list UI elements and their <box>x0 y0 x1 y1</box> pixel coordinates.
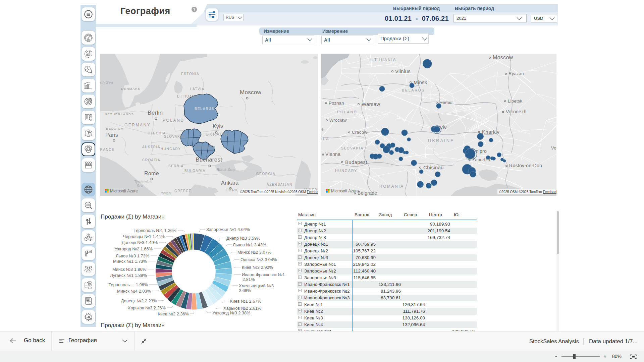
svg-text:Ужгород №3 2.38%: Ужгород №3 2.38% <box>212 310 250 315</box>
svg-text:Poznan: Poznan <box>329 101 344 106</box>
svg-text:Rome: Rome <box>144 171 159 176</box>
svg-text:Microsoft Azure: Microsoft Azure <box>331 189 359 193</box>
svg-text:BELARUS: BELARUS <box>402 88 425 92</box>
svg-text:Volgo: Volgo <box>551 145 556 150</box>
svg-text:SLOVAKIA: SLOVAKIA <box>164 135 184 138</box>
svg-text:Донецк №2 2.23%: Донецк №2 2.23% <box>121 298 157 303</box>
svg-text:HUNGARY: HUNGARY <box>335 169 357 173</box>
svg-text:Минск №4 2.03%: Минск №4 2.03% <box>117 289 151 294</box>
svg-text:LITHUANIA: LITHUANIA <box>370 58 396 62</box>
svg-text:Kharkiv: Kharkiv <box>482 129 499 135</box>
svg-text:Moscow: Moscow <box>240 89 262 96</box>
svg-text:CZECHIA: CZECHIA <box>148 131 166 135</box>
svg-text:LATVIA: LATVIA <box>190 87 205 91</box>
svg-text:Paris: Paris <box>105 132 118 138</box>
svg-text:UKRAINE: UKRAINE <box>428 138 454 143</box>
svg-text:Rostov-on-Don: Rostov-on-Don <box>509 163 542 168</box>
svg-text:NETHERLANDS: NETHERLANDS <box>105 112 134 116</box>
svg-text:Ankara: Ankara <box>221 180 239 186</box>
svg-text:ESTONIA: ESTONIA <box>181 72 199 76</box>
svg-text:Минск №1 1.73%: Минск №1 1.73% <box>113 259 147 264</box>
svg-text:Харьков №3 2.26%: Харьков №3 2.26% <box>128 305 166 310</box>
svg-text:Харьков №2 2.61%: Харьков №2 2.61% <box>223 306 261 311</box>
svg-text:MOLDOVA: MOLDOVA <box>196 145 216 149</box>
svg-text:Sea: Sea <box>137 184 143 188</box>
svg-text:Ивано-Франковск №1: Ивано-Франковск №1 <box>242 272 285 277</box>
svg-text:FRANCE: FRANCE <box>100 148 114 152</box>
svg-text:Homel: Homel <box>439 100 452 105</box>
svg-text:Киев №1 2.67%: Киев №1 2.67% <box>230 299 261 304</box>
svg-text:KPI: KPI <box>87 39 90 41</box>
svg-text:POLAND: POLAND <box>163 118 184 123</box>
svg-text:HIA: HIA <box>321 137 329 141</box>
svg-text:LITHUANIA: LITHUANIA <box>177 95 199 98</box>
svg-text:GREECE: GREECE <box>174 189 192 193</box>
svg-text:Ryazan: Ryazan <box>508 71 524 76</box>
svg-text:Тернополь ... 1.96%: Тернополь ... 1.96% <box>109 282 148 287</box>
svg-text:Одесса №3 3.04%: Одесса №3 3.04% <box>240 257 277 262</box>
svg-text:$: $ <box>90 238 91 240</box>
svg-text:GERMANY: GERMANY <box>124 123 151 127</box>
svg-text:Луганск №1 1.89%: Луганск №1 1.89% <box>110 273 147 278</box>
svg-text:GEORGIA: GEORGIA <box>256 172 275 176</box>
svg-text:UKRAINE: UKRAINE <box>206 132 229 137</box>
svg-text:Ionian: Ionian <box>161 191 171 195</box>
svg-text:CROATIA: CROATIA <box>142 158 160 162</box>
svg-text:BELGIUM: BELGIUM <box>106 127 124 130</box>
svg-text:©2025 TomTom ©2025 Navinfo ©: ©2025 TomTom ©2025 Navinfo ©2025 OSM Fee… <box>240 190 318 194</box>
svg-text:Cracow: Cracow <box>352 130 367 135</box>
svg-text:Киев №2 2.36%: Киев №2 2.36% <box>158 311 189 316</box>
svg-text:ROMANIA: ROMANIA <box>379 184 404 189</box>
svg-text:SERBIA: SERBIA <box>168 164 184 168</box>
svg-text:Черновцы №1 1.44%: Черновцы №1 1.44% <box>123 234 165 239</box>
svg-text:Bucharest: Bucharest <box>196 157 222 163</box>
svg-text:Budapest: Budapest <box>345 159 367 165</box>
svg-text:Lipetsk: Lipetsk <box>508 99 522 104</box>
svg-text:SLOVAKIA: SLOVAKIA <box>341 146 364 150</box>
svg-text:POLAND: POLAND <box>337 110 357 114</box>
svg-text:BELARUS: BELARUS <box>195 107 214 111</box>
svg-text:Минск №2 3.07%: Минск №2 3.07% <box>237 250 271 255</box>
svg-text:Запорожье №1 4.64%: Запорожье №1 4.64% <box>206 227 250 232</box>
svg-text:HUNGARY: HUNGARY <box>161 147 181 151</box>
svg-text:Black Sea: Black Sea <box>217 168 235 172</box>
svg-text:Минск №3 1.86%: Минск №3 1.86% <box>112 267 146 272</box>
svg-text:Донецк №3 1.49%: Донецк №3 1.49% <box>122 240 158 245</box>
svg-text:Хмельницкий №3: Хмельницкий №3 <box>239 283 274 288</box>
svg-text:Vienna: Vienna <box>325 152 340 157</box>
svg-text:2.69%: 2.69% <box>239 288 251 293</box>
svg-text:Тернополь №1 1.26%: Тернополь №1 1.26% <box>133 228 176 233</box>
svg-text:Kyiv: Kyiv <box>213 124 223 129</box>
svg-text:rth Sea: rth Sea <box>100 80 113 84</box>
svg-text:AZERBAIJAN: AZERBAIJAN <box>267 183 292 186</box>
svg-text:e: e <box>321 127 324 132</box>
svg-text:Львов №1 3.43%: Львов №1 3.43% <box>233 242 266 247</box>
svg-text:Warsaw: Warsaw <box>362 101 380 107</box>
svg-text:Wroclaw: Wroclaw <box>329 118 347 123</box>
svg-text:Berlin: Berlin <box>148 110 163 116</box>
svg-text:Vilnius: Vilnius <box>395 68 411 74</box>
svg-text:Днепр №3 3.59%: Днепр №3 3.59% <box>226 236 260 241</box>
svg-text:Киев №3 2.92%: Киев №3 2.92% <box>242 265 273 270</box>
svg-text:BULGARIA: BULGARIA <box>184 169 206 173</box>
svg-text:Ужгород №2 1.66%: Ужгород №2 1.66% <box>115 246 153 251</box>
svg-text:©2025 OSM ©2025 TomTom Feedb: ©2025 OSM ©2025 TomTom Feedback <box>499 190 556 194</box>
svg-text:Tyrrhenian: Tyrrhenian <box>134 180 152 184</box>
svg-text:Belgrade: Belgrade <box>358 190 377 196</box>
svg-text:Minsk: Minsk <box>414 79 427 85</box>
svg-text:Chișinău: Chișinău <box>423 165 444 170</box>
svg-text:2.81%: 2.81% <box>243 277 255 282</box>
svg-text:Moscow: Moscow <box>493 55 513 60</box>
svg-text:DENMARK: DENMARK <box>121 87 141 90</box>
svg-text:Microsoft Azure: Microsoft Azure <box>110 189 138 193</box>
svg-text:Львов №3 1.73%: Львов №3 1.73% <box>116 253 149 258</box>
svg-text:AUSTRIA: AUSTRIA <box>142 145 160 149</box>
svg-text:Voronezh: Voronezh <box>506 109 527 114</box>
